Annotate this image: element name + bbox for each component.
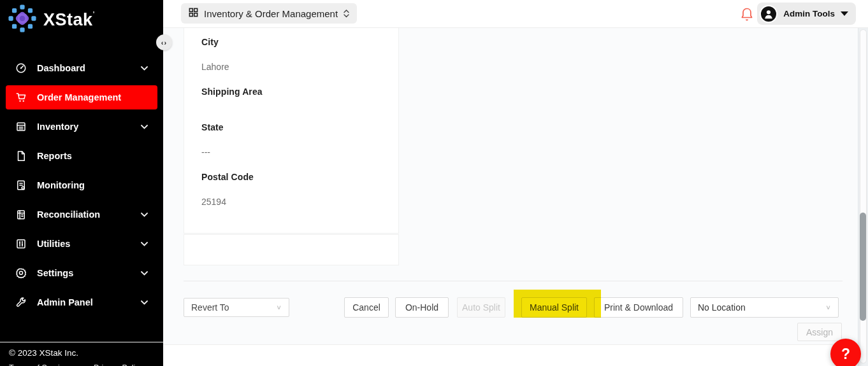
trademark-mark: ’ <box>93 10 96 18</box>
sidebar-item-label: Admin Panel <box>37 297 93 307</box>
apps-grid-icon <box>189 8 198 20</box>
sliders-icon <box>15 238 27 250</box>
chevron-down-icon: ∨ <box>825 304 831 311</box>
collapse-arrows-icon: ‹› <box>161 39 167 46</box>
sidebar-item-label: Utilities <box>37 239 70 249</box>
terms-link[interactable]: Terms of Service <box>9 363 68 366</box>
sidebar-item-label: Reports <box>37 151 72 161</box>
copyright-text: © 2023 XStak Inc. <box>9 348 154 358</box>
revert-to-select[interactable]: Revert To ∨ <box>184 298 289 317</box>
caret-down-icon <box>841 11 848 16</box>
print-download-button[interactable]: Print & Download <box>594 297 683 318</box>
workspace-selector[interactable]: Inventory & Order Management <box>181 3 357 24</box>
sidebar-item-label: Reconciliation <box>37 209 100 220</box>
main-content: City Lahore Shipping Area State --- Post… <box>163 28 868 366</box>
chevron-down-icon <box>141 300 148 305</box>
field-value-state: --- <box>201 146 210 157</box>
chevron-down-icon <box>141 213 148 217</box>
sidebar-item-settings[interactable]: Settings <box>6 261 157 285</box>
on-hold-button[interactable]: On-Hold <box>395 297 449 318</box>
scrollbar-thumb[interactable] <box>860 213 866 321</box>
archive-icon <box>15 121 27 132</box>
chevron-down-icon <box>141 271 148 276</box>
assign-button: Assign <box>797 323 842 341</box>
admin-tools-label: Admin Tools <box>783 9 835 18</box>
chevron-down-icon <box>141 66 148 71</box>
cart-icon <box>15 92 27 103</box>
field-value-postal-code: 25194 <box>201 196 226 207</box>
document-icon <box>15 150 27 162</box>
brand-logo[interactable]: XStak’ <box>0 0 163 39</box>
sidebar-item-label: Settings <box>37 268 73 278</box>
topbar: Inventory & Order Management Admin Tools <box>163 0 868 28</box>
workspace-selector-label: Inventory & Order Management <box>204 8 338 19</box>
sidebar-item-monitoring[interactable]: Monitoring <box>6 173 157 197</box>
shipping-details-card: City Lahore Shipping Area State --- Post… <box>184 28 399 234</box>
sidebar-item-order-management[interactable]: Order Management <box>6 85 157 109</box>
question-mark-icon: ? <box>841 346 850 363</box>
sidebar-menu: Dashboard Order Management Inventory <box>0 56 163 314</box>
sidebar-item-reconciliation[interactable]: Reconciliation <box>6 202 157 227</box>
ledger-icon <box>15 209 27 220</box>
vertical-scrollbar[interactable] <box>858 28 868 366</box>
sidebar-item-admin-panel[interactable]: Admin Panel <box>6 290 157 314</box>
gauge-icon <box>15 62 27 74</box>
xstak-logo-icon <box>8 4 37 36</box>
actions-divider <box>184 281 843 281</box>
sidebar-item-label: Monitoring <box>37 180 85 190</box>
brand-name: XStak’ <box>43 10 95 30</box>
page-bottom-strip <box>163 344 868 366</box>
up-down-chevron-icon <box>344 10 349 18</box>
privacy-link[interactable]: Privacy Policy <box>94 363 143 366</box>
gear-icon <box>15 267 27 279</box>
notification-bell-icon[interactable] <box>741 7 753 21</box>
field-label-city: City <box>201 36 219 47</box>
manual-split-button[interactable]: Manual Split <box>521 297 587 318</box>
location-select[interactable]: No Location ∨ <box>690 297 839 318</box>
location-select-value: No Location <box>698 302 746 313</box>
sidebar-item-utilities[interactable]: Utilities <box>6 232 157 256</box>
wrench-icon <box>15 297 27 308</box>
chevron-down-icon: ∨ <box>276 304 282 311</box>
cancel-button[interactable]: Cancel <box>344 297 389 318</box>
revert-to-value: Revert To <box>191 302 229 313</box>
admin-tools-menu[interactable]: Admin Tools <box>757 3 856 25</box>
auto-split-button: Auto Split <box>457 297 505 318</box>
field-value-city: Lahore <box>201 61 229 72</box>
chevron-down-icon <box>141 125 148 129</box>
sidebar-item-label: Inventory <box>37 122 78 132</box>
empty-card <box>184 234 399 265</box>
sidebar-item-reports[interactable]: Reports <box>6 144 157 168</box>
clipboard-icon <box>15 179 27 191</box>
avatar <box>760 5 778 23</box>
sidebar-item-label: Dashboard <box>37 63 85 73</box>
field-label-state: State <box>201 122 224 132</box>
sidebar-collapse-button[interactable]: ‹› <box>156 34 172 50</box>
sidebar: XStak’ Dashboard Order Management Invent… <box>0 0 163 366</box>
field-label-shipping-area: Shipping Area <box>201 86 263 97</box>
sidebar-item-inventory[interactable]: Inventory <box>6 115 157 139</box>
sidebar-item-label: Order Management <box>37 92 121 102</box>
chevron-down-icon <box>141 242 148 246</box>
sidebar-footer: © 2023 XStak Inc. Terms of Service Priva… <box>0 342 163 366</box>
help-button[interactable]: ? <box>830 339 861 366</box>
field-label-postal-code: Postal Code <box>201 171 254 182</box>
sidebar-item-dashboard[interactable]: Dashboard <box>6 56 157 80</box>
